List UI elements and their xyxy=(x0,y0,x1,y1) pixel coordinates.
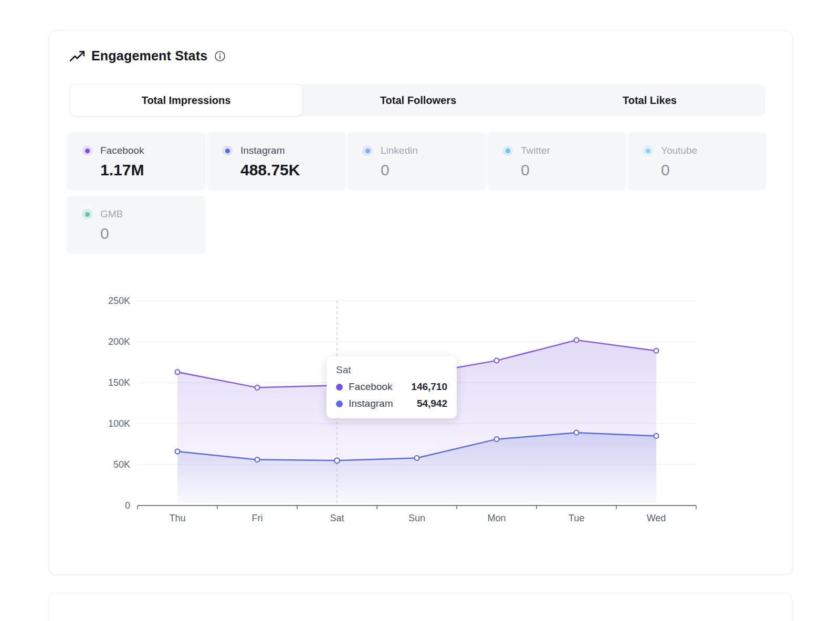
svg-text:Tue: Tue xyxy=(569,513,584,523)
tooltip-series-value: 146,710 xyxy=(411,381,447,393)
svg-text:100K: 100K xyxy=(108,418,130,429)
svg-text:150K: 150K xyxy=(108,377,130,388)
svg-text:Mon: Mon xyxy=(487,513,506,523)
facebook-dot-icon xyxy=(336,384,343,391)
svg-text:Sun: Sun xyxy=(408,513,425,523)
svg-text:200K: 200K xyxy=(108,336,130,347)
svg-text:Sat: Sat xyxy=(330,513,344,523)
instagram-dot-icon xyxy=(336,401,343,407)
svg-text:Wed: Wed xyxy=(647,513,666,523)
svg-text:0: 0 xyxy=(125,500,130,511)
next-section-card xyxy=(48,593,793,621)
tooltip-row-facebook: Facebook 146,710 xyxy=(336,381,447,393)
tooltip-category: Sat xyxy=(336,364,447,376)
svg-text:Fri: Fri xyxy=(252,513,263,523)
svg-text:250K: 250K xyxy=(108,296,130,306)
chart-tooltip: Sat Facebook 146,710 Instagram 54,942 xyxy=(327,356,457,418)
svg-text:50K: 50K xyxy=(113,459,130,470)
tooltip-series-label: Facebook xyxy=(349,381,392,393)
svg-text:Thu: Thu xyxy=(169,513,185,523)
tooltip-row-instagram: Instagram 54,942 xyxy=(336,398,447,409)
tooltip-series-label: Instagram xyxy=(349,398,393,409)
engagement-line-chart[interactable]: 250K200K150K100K50K0ThuFriSatSunMonTueWe… xyxy=(0,0,840,567)
chart-canvas: 250K200K150K100K50K0ThuFriSatSunMonTueWe… xyxy=(0,0,840,567)
tooltip-series-value: 54,942 xyxy=(417,398,447,409)
